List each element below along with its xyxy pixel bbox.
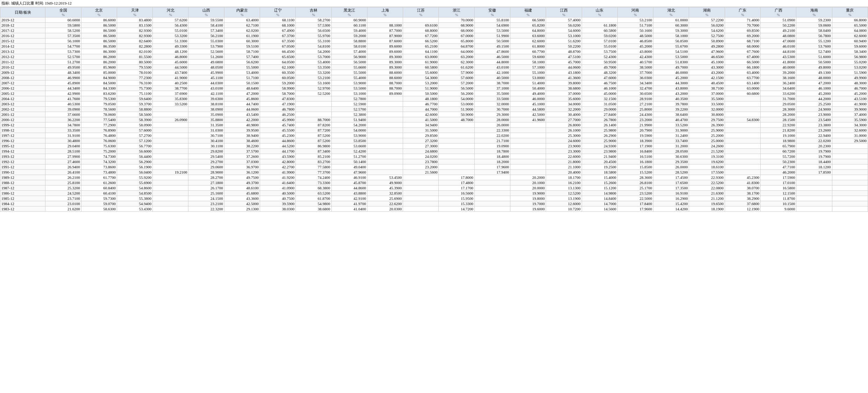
cell-17-0: 2002-12 <box>0 107 45 112</box>
cell-23-11: 27.3200 <box>403 138 439 143</box>
cell-23-10 <box>367 138 403 143</box>
cell-23-5: 30.4100 <box>188 138 224 143</box>
cell-34-19: 21.1200 <box>689 196 725 201</box>
cell-21-3: 57.6000 <box>117 128 152 133</box>
cell-34-5: 24.1500 <box>188 196 224 201</box>
cell-6-6: 58.7100 <box>224 49 260 54</box>
cell-17-19: 32.0000 <box>689 107 725 112</box>
cell-6-21: 44.8100 <box>760 49 796 54</box>
cell-36-21: 9.6000 <box>760 206 796 212</box>
cell-16-13: 32.0000 <box>474 101 510 107</box>
cell-7-22: 51.6000 <box>796 54 832 59</box>
cell-29-18: 28.5200 <box>653 170 689 175</box>
cell-29-17: 15.5200 <box>617 170 653 175</box>
cell-18-3: 58.5600 <box>117 112 152 117</box>
cell-27-23 <box>832 159 868 164</box>
cell-21-16: 25.9800 <box>582 128 617 133</box>
cell-33-0: 1986-12 <box>0 191 45 196</box>
column-header-4: 河北% <box>153 7 188 17</box>
cell-20-9: 54.2000 <box>331 122 367 128</box>
cell-31-23 <box>832 180 868 185</box>
cell-24-4 <box>153 143 188 149</box>
cell-36-6: 29.1300 <box>224 206 260 212</box>
cell-3-17: 48.5000 <box>617 33 653 38</box>
cell-35-8: 54.9800 <box>296 201 331 206</box>
cell-4-20: 68.7100 <box>725 38 760 44</box>
cell-32-13 <box>474 185 510 191</box>
cell-15-4: 35.8300 <box>153 96 188 101</box>
cell-34-1: 23.7100 <box>45 196 81 201</box>
cell-0-7: 68.1100 <box>260 17 296 23</box>
cell-15-11: 48.1800 <box>403 96 439 101</box>
cell-2-3: 82.9300 <box>117 28 152 33</box>
cell-9-22: 49.8000 <box>796 65 832 70</box>
cell-32-2: 60.8400 <box>81 185 117 191</box>
table-container[interactable]: 日期/板块全国%北京%天津%河北%山西%内蒙古%辽宁%吉林%黑龙江%上海%江苏%… <box>0 7 868 212</box>
cell-24-0: 1995-12 <box>0 143 45 149</box>
cell-0-16 <box>582 17 617 23</box>
cell-18-12: 50.9000 <box>439 112 474 117</box>
cell-33-2: 60.4100 <box>81 191 117 196</box>
column-header-5: 山西% <box>188 7 224 17</box>
cell-5-7: 67.0500 <box>260 44 296 49</box>
cell-15-12: 54.0000 <box>439 96 474 101</box>
cell-33-5: 25.1600 <box>188 191 224 196</box>
cell-27-1: 27.4600 <box>45 159 81 164</box>
cell-13-17: 32.4700 <box>617 86 653 91</box>
cell-15-14: 46.0000 <box>510 96 546 101</box>
cell-17-6: 44.0600 <box>224 107 260 112</box>
cell-4-0: 2015-12 <box>0 38 45 44</box>
cell-5-14: 61.8000 <box>510 44 546 49</box>
cell-5-13: 49.1500 <box>474 44 510 49</box>
cell-30-20: 45.2300 <box>725 175 760 180</box>
cell-26-2: 74.7300 <box>81 154 117 159</box>
cell-10-15: 43.1800 <box>546 70 582 75</box>
cell-14-11: 50.5000 <box>403 91 439 96</box>
cell-29-10 <box>367 170 403 175</box>
cell-36-17: 17.9600 <box>617 206 653 212</box>
cell-25-18: 28.0500 <box>653 149 689 154</box>
cell-14-7: 58.7000 <box>260 91 296 96</box>
cell-6-9: 57.4000 <box>331 49 367 54</box>
cell-3-1: 57.3500 <box>45 33 81 38</box>
cell-7-9: 56.9000 <box>331 54 367 59</box>
cell-15-16: 32.1500 <box>582 96 617 101</box>
cell-24-2: 75.6300 <box>81 143 117 149</box>
cell-4-13: 50.5000 <box>474 38 510 44</box>
cell-16-8 <box>296 101 331 107</box>
cell-24-1: 29.0400 <box>45 143 81 149</box>
cell-24-19: 24.2600 <box>689 143 725 149</box>
cell-29-16: 18.5800 <box>582 170 617 175</box>
cell-18-22: 23.9000 <box>796 112 832 117</box>
cell-15-7: 47.8300 <box>260 96 296 101</box>
cell-6-15: 48.8700 <box>546 49 582 54</box>
cell-9-5: 48.0500 <box>188 65 224 70</box>
cell-34-17: 22.5000 <box>617 196 653 201</box>
cell-15-23: 43.5100 <box>832 96 868 101</box>
cell-11-15: 41.3600 <box>546 75 582 80</box>
cell-28-5: 29.0600 <box>188 164 224 170</box>
cell-14-2: 83.6200 <box>81 91 117 96</box>
cell-18-5: 35.0900 <box>188 112 224 117</box>
cell-17-16: 29.0000 <box>582 107 617 112</box>
cell-31-19: 22.5200 <box>689 180 725 185</box>
cell-27-22: 18.4400 <box>796 159 832 164</box>
cell-12-22: 47.2000 <box>796 80 832 86</box>
cell-21-13: 22.3300 <box>474 128 510 133</box>
cell-2-22: 58.0400 <box>796 28 832 33</box>
cell-31-4 <box>153 180 188 185</box>
cell-6-4: 48.1200 <box>153 49 188 54</box>
cell-4-18: 56.8500 <box>653 38 689 44</box>
cell-10-6: 53.4000 <box>224 70 260 75</box>
cell-7-12: 63.2000 <box>439 54 474 59</box>
cell-29-7: 41.9900 <box>260 170 296 175</box>
cell-17-23: 39.9000 <box>832 107 868 112</box>
cell-34-11 <box>403 196 439 201</box>
cell-10-20: 63.4000 <box>725 70 760 75</box>
cell-25-23 <box>832 149 868 154</box>
cell-24-20 <box>725 143 760 149</box>
cell-15-15: 35.6000 <box>546 96 582 101</box>
table-row: 2014-1254.770086.350082.280049.330053.79… <box>0 44 868 49</box>
cell-18-1: 37.6600 <box>45 112 81 117</box>
cell-32-8: 68.3800 <box>296 185 331 191</box>
